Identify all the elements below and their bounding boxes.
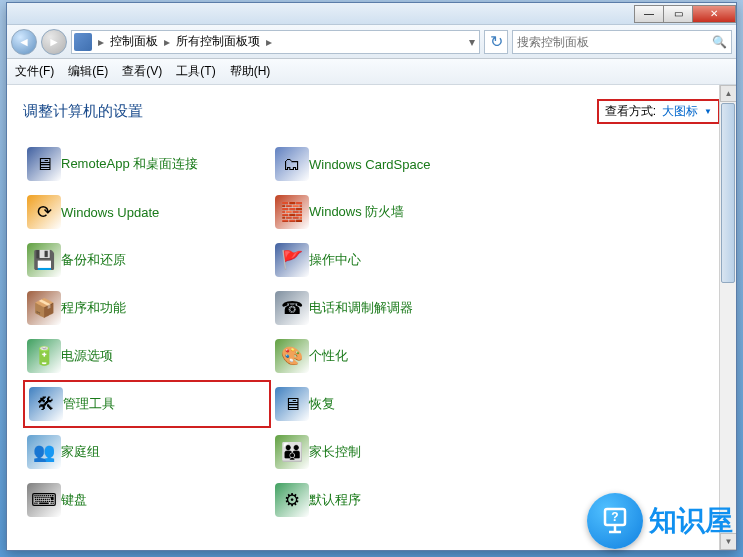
control-panel-item-default-programs[interactable]: ⚙默认程序 xyxy=(271,476,519,524)
minimize-button[interactable]: — xyxy=(634,5,664,23)
item-label: 操作中心 xyxy=(309,251,361,269)
control-panel-item-firewall[interactable]: 🧱Windows 防火墙 xyxy=(271,188,519,236)
backup-restore-icon: 💾 xyxy=(27,243,61,277)
control-panel-item-power-options[interactable]: 🔋电源选项 xyxy=(23,332,271,380)
view-by-selector[interactable]: 查看方式: 大图标 ▼ xyxy=(597,99,720,124)
menu-help[interactable]: 帮助(H) xyxy=(230,63,271,80)
control-panel-item-personalization[interactable]: 🎨个性化 xyxy=(271,332,519,380)
back-button[interactable]: ◄ xyxy=(11,29,37,55)
menu-view[interactable]: 查看(V) xyxy=(122,63,162,80)
personalization-icon: 🎨 xyxy=(275,339,309,373)
watermark: ? 知识屋 xyxy=(587,493,733,549)
item-label: 键盘 xyxy=(61,491,87,509)
control-panel-item-windows-update[interactable]: ⟳Windows Update xyxy=(23,188,271,236)
menubar: 文件(F) 编辑(E) 查看(V) 工具(T) 帮助(H) xyxy=(7,59,736,85)
keyboard-icon: ⌨ xyxy=(27,483,61,517)
control-panel-item-backup-restore[interactable]: 💾备份和还原 xyxy=(23,236,271,284)
cardspace-icon: 🗂 xyxy=(275,147,309,181)
breadcrumb-seg-1[interactable]: 所有控制面板项 xyxy=(172,33,264,50)
watermark-badge-icon: ? xyxy=(587,493,643,549)
view-by-value[interactable]: 大图标 xyxy=(662,103,698,120)
control-panel-item-admin-tools[interactable]: 🛠管理工具 xyxy=(23,380,271,428)
content-header: 调整计算机的设置 查看方式: 大图标 ▼ xyxy=(23,99,720,124)
homegroup-icon: 👥 xyxy=(27,435,61,469)
refresh-button[interactable]: ↻ xyxy=(484,30,508,54)
item-label: 管理工具 xyxy=(63,395,115,413)
control-panel-item-cardspace[interactable]: 🗂Windows CardSpace xyxy=(271,140,519,188)
control-panel-item-programs-features[interactable]: 📦程序和功能 xyxy=(23,284,271,332)
chevron-right-icon[interactable]: ▸ xyxy=(264,35,274,49)
firewall-icon: 🧱 xyxy=(275,195,309,229)
menu-file[interactable]: 文件(F) xyxy=(15,63,54,80)
chevron-right-icon[interactable]: ▸ xyxy=(96,35,106,49)
scroll-thumb[interactable] xyxy=(721,103,735,283)
control-panel-icon xyxy=(74,33,92,51)
control-panel-item-recovery[interactable]: 🖥恢复 xyxy=(271,380,519,428)
item-label: 个性化 xyxy=(309,347,348,365)
item-label: 默认程序 xyxy=(309,491,361,509)
programs-features-icon: 📦 xyxy=(27,291,61,325)
breadcrumb-seg-0[interactable]: 控制面板 xyxy=(106,33,162,50)
page-title: 调整计算机的设置 xyxy=(23,102,143,121)
menu-tools[interactable]: 工具(T) xyxy=(176,63,215,80)
item-label: 电源选项 xyxy=(61,347,113,365)
menu-edit[interactable]: 编辑(E) xyxy=(68,63,108,80)
item-label: Windows 防火墙 xyxy=(309,203,404,221)
breadcrumb-dropdown-icon[interactable]: ▾ xyxy=(467,35,477,49)
control-panel-item-homegroup[interactable]: 👥家庭组 xyxy=(23,428,271,476)
control-panel-item-keyboard[interactable]: ⌨键盘 xyxy=(23,476,271,524)
item-label: 电话和调制解调器 xyxy=(309,299,413,317)
admin-tools-icon: 🛠 xyxy=(29,387,63,421)
close-button[interactable]: ✕ xyxy=(692,5,736,23)
item-label: 程序和功能 xyxy=(61,299,126,317)
control-panel-item-remoteapp[interactable]: 🖥RemoteApp 和桌面连接 xyxy=(23,140,271,188)
view-by-label: 查看方式: xyxy=(605,103,656,120)
phone-modem-icon: ☎ xyxy=(275,291,309,325)
search-input[interactable] xyxy=(517,35,712,49)
power-options-icon: 🔋 xyxy=(27,339,61,373)
chevron-right-icon[interactable]: ▸ xyxy=(162,35,172,49)
chevron-down-icon[interactable]: ▼ xyxy=(704,107,712,116)
titlebar: — ▭ ✕ xyxy=(7,3,736,25)
content-area: 调整计算机的设置 查看方式: 大图标 ▼ 🖥RemoteApp 和桌面连接⟳Wi… xyxy=(7,85,736,550)
control-panel-item-phone-modem[interactable]: ☎电话和调制解调器 xyxy=(271,284,519,332)
item-label: RemoteApp 和桌面连接 xyxy=(61,155,198,173)
control-panel-item-parental-controls[interactable]: 👪家长控制 xyxy=(271,428,519,476)
remoteapp-icon: 🖥 xyxy=(27,147,61,181)
maximize-button[interactable]: ▭ xyxy=(663,5,693,23)
svg-text:?: ? xyxy=(611,510,618,524)
control-panel-window: — ▭ ✕ ◄ ► ▸ 控制面板 ▸ 所有控制面板项 ▸ ▾ ↻ 🔍 文件(F)… xyxy=(6,2,737,551)
item-label: 备份和还原 xyxy=(61,251,126,269)
search-icon[interactable]: 🔍 xyxy=(712,35,727,49)
item-label: 家庭组 xyxy=(61,443,100,461)
windows-update-icon: ⟳ xyxy=(27,195,61,229)
control-panel-item-action-center[interactable]: 🚩操作中心 xyxy=(271,236,519,284)
item-label: 家长控制 xyxy=(309,443,361,461)
default-programs-icon: ⚙ xyxy=(275,483,309,517)
action-center-icon: 🚩 xyxy=(275,243,309,277)
breadcrumb[interactable]: ▸ 控制面板 ▸ 所有控制面板项 ▸ ▾ xyxy=(71,30,480,54)
vertical-scrollbar[interactable]: ▲ ▼ xyxy=(719,85,736,550)
item-label: Windows CardSpace xyxy=(309,157,430,172)
parental-controls-icon: 👪 xyxy=(275,435,309,469)
item-label: 恢复 xyxy=(309,395,335,413)
watermark-text: 知识屋 xyxy=(649,502,733,540)
scroll-up-button[interactable]: ▲ xyxy=(720,85,736,102)
nav-toolbar: ◄ ► ▸ 控制面板 ▸ 所有控制面板项 ▸ ▾ ↻ 🔍 xyxy=(7,25,736,59)
recovery-icon: 🖥 xyxy=(275,387,309,421)
items-grid: 🖥RemoteApp 和桌面连接⟳Windows Update💾备份和还原📦程序… xyxy=(23,140,720,524)
forward-button[interactable]: ► xyxy=(41,29,67,55)
search-box[interactable]: 🔍 xyxy=(512,30,732,54)
item-label: Windows Update xyxy=(61,205,159,220)
